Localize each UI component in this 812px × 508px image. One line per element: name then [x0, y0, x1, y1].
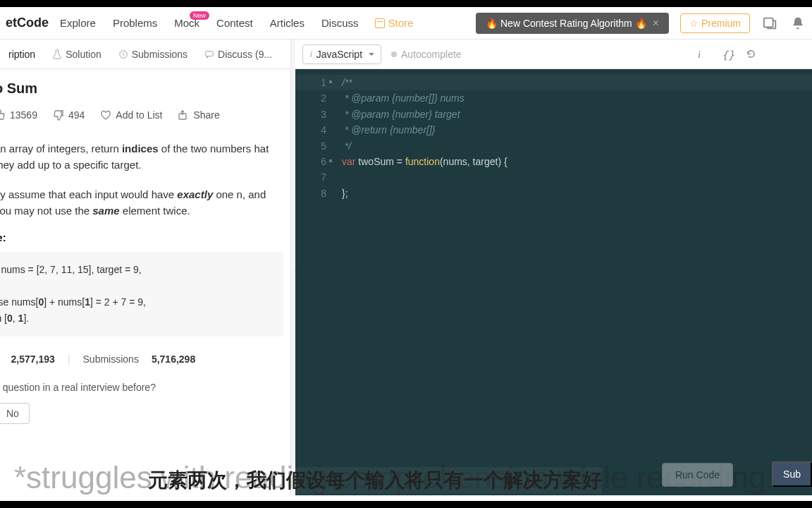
bell-icon[interactable]: [789, 15, 806, 32]
dislike-button[interactable]: 494: [53, 109, 85, 121]
accepted-value: 2,577,193: [11, 353, 55, 365]
add-to-list-button[interactable]: Add to List: [100, 109, 162, 121]
language-select[interactable]: iJavaScript: [302, 44, 381, 64]
nav-contest[interactable]: Contest: [216, 17, 253, 29]
tab-description[interactable]: ription: [0, 40, 44, 68]
dot-icon: [391, 52, 397, 57]
editor-toolbar: iJavaScript Autocomplete i {}: [295, 40, 812, 69]
submissions-label: Submissions: [83, 353, 139, 365]
fullscreen-icon[interactable]: [794, 49, 805, 60]
nav-problems[interactable]: Problems: [113, 17, 157, 29]
braces-icon[interactable]: {}: [722, 49, 733, 60]
run-code-button[interactable]: Run Code: [662, 463, 733, 487]
editor-panel: iJavaScript Autocomplete i {} 1 2 3 4 5 …: [295, 40, 812, 495]
close-icon[interactable]: ×: [653, 17, 659, 30]
premium-button[interactable]: ☆Premium: [680, 13, 750, 33]
submissions-value: 5,716,298: [152, 353, 195, 365]
chat-icon: [204, 49, 214, 59]
store-icon: [375, 18, 385, 28]
code-area[interactable]: /** * @param {number[]} nums * @param {n…: [335, 69, 812, 495]
problem-title: o Sum: [0, 80, 283, 97]
svg-rect-0: [764, 18, 773, 27]
nav-articles[interactable]: Articles: [270, 17, 304, 29]
no-button[interactable]: No: [0, 403, 30, 424]
star-icon: ☆: [689, 18, 699, 29]
code-editor[interactable]: 1 2 3 4 5 6 7 8 /** * @param {number[]} …: [295, 69, 812, 495]
interview-question: his question in a real interview before?: [0, 382, 283, 393]
overlay-chinese-subtitle: 元素两次，我们假设每个输入将只有一个解决方案好: [148, 467, 602, 494]
like-button[interactable]: 13569: [0, 109, 37, 121]
nav-explore[interactable]: Explore: [60, 17, 96, 29]
share-icon: [178, 109, 189, 121]
history-icon: [118, 49, 128, 59]
thumbs-down-icon: [53, 109, 64, 121]
problem-stats: ed 2,577,193 | Submissions 5,716,298: [0, 353, 283, 365]
announcement-banner[interactable]: 🔥 New Contest Rating Algorithm 🔥 ×: [476, 13, 669, 34]
line-gutter: 1 2 3 4 5 6 7 8: [295, 69, 335, 495]
heart-icon: [100, 109, 111, 121]
problem-description-2: ay assume that each input would have exa…: [0, 186, 283, 219]
tab-solution[interactable]: Solution: [44, 40, 110, 68]
example-label: ple:: [0, 231, 283, 243]
tab-submissions[interactable]: Submissions: [110, 40, 196, 68]
flask-icon: [52, 49, 62, 59]
nav-discuss[interactable]: Discuss: [321, 17, 359, 29]
problem-tabs: ription Solution Submissions Discuss (9.…: [0, 40, 290, 69]
example-code: en nums = [2, 7, 11, 15], target = 9, au…: [0, 252, 283, 337]
logo[interactable]: etCode: [6, 16, 49, 30]
submit-button[interactable]: Sub: [772, 461, 812, 487]
svg-rect-2: [206, 51, 214, 56]
tab-discuss[interactable]: Discuss (9...: [196, 40, 281, 68]
info-icon[interactable]: i: [698, 49, 709, 60]
thumbs-up-icon: [0, 109, 6, 121]
reset-icon[interactable]: [746, 49, 757, 60]
nav-mock[interactable]: MockNew: [174, 17, 199, 29]
playground-icon[interactable]: [761, 15, 778, 32]
announcement-text: 🔥 New Contest Rating Algorithm 🔥: [486, 18, 647, 29]
nav-store[interactable]: Store: [375, 17, 413, 29]
italic-i-icon: i: [310, 49, 312, 59]
problem-description-1: an array of integers, return indices of …: [0, 140, 283, 174]
problem-panel: ription Solution Submissions Discuss (9.…: [0, 40, 291, 495]
top-navigation: etCode Explore Problems MockNew Contest …: [0, 7, 812, 40]
share-button[interactable]: Share: [178, 109, 219, 121]
settings-icon[interactable]: [770, 49, 781, 60]
new-badge: New: [190, 11, 209, 20]
autocomplete-toggle[interactable]: Autocomplete: [391, 49, 462, 60]
